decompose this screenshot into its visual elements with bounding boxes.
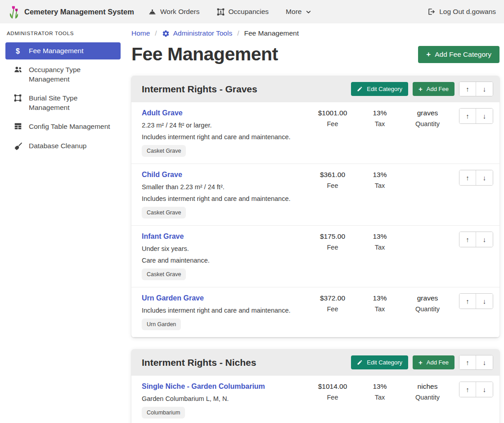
fee-name-link[interactable]: Single Niche - Garden Columbarium <box>142 382 265 391</box>
fee-name-link[interactable]: Infant Grave <box>142 232 184 241</box>
fee-type-badge: Columbarium <box>142 407 185 418</box>
fee-tax: 13% <box>357 171 402 179</box>
fee-amount: $1001.00 <box>308 109 357 117</box>
fee-amount-cell: $361.00 Fee <box>308 170 357 189</box>
nav-work-orders[interactable]: Work Orders <box>148 8 200 16</box>
edit-category-label: Edit Category <box>367 86 402 92</box>
fee-quantity-label: Quantity <box>402 120 453 127</box>
pencil-icon <box>357 359 363 365</box>
fee-quantity-cell: niches Quantity <box>402 382 453 401</box>
hard-hat-icon <box>148 8 156 16</box>
add-fee-button[interactable]: + Add Fee <box>413 355 454 369</box>
fee-reorder-group: ↑ ↓ <box>459 382 493 397</box>
sidebar-item-label: Occupancy Type Management <box>29 65 116 84</box>
fee-tax-label: Tax <box>357 305 402 313</box>
plus-icon: + <box>426 51 431 58</box>
fee-info: Infant Grave Under six years. Care and m… <box>142 232 308 280</box>
edit-category-button[interactable]: Edit Category <box>351 355 408 369</box>
fee-quantity: graves <box>402 109 453 117</box>
fee-amount: $1014.00 <box>308 382 357 391</box>
sidebar-item-occupancy-type[interactable]: Occupancy Type Management <box>5 61 121 88</box>
breadcrumb-home-link[interactable]: Home <box>131 29 150 37</box>
move-fee-up-button[interactable]: ↑ <box>459 382 476 397</box>
fee-reorder-group: ↑ ↓ <box>459 293 493 309</box>
edit-category-label: Edit Category <box>367 359 402 366</box>
sidebar-item-label: Database Cleanup <box>29 141 86 150</box>
fee-amount-cell: $1001.00 Fee <box>308 108 357 127</box>
navbar: Cemetery Management System Work Orders <box>0 0 504 23</box>
fee-description: Includes interment right and care and ma… <box>142 307 304 314</box>
nav-more[interactable]: More <box>286 8 311 16</box>
fee-type-badge: Casket Grave <box>142 207 186 218</box>
fee-row: Urn Garden Grave Includes interment righ… <box>131 287 500 337</box>
nav-occupancies[interactable]: Occupancies <box>217 8 269 16</box>
fee-info: Single Niche - Garden Columbarium Garden… <box>142 382 308 418</box>
move-fee-up-button[interactable]: ↑ <box>459 294 476 309</box>
fee-amount: $372.00 <box>308 294 357 302</box>
sidebar-item-config-table[interactable]: Config Table Management <box>5 118 121 135</box>
fee-tax-label: Tax <box>357 244 402 251</box>
logout-label: Log Out d.gowans <box>439 8 496 16</box>
breadcrumb-admin-tools-link[interactable]: Administrator Tools <box>162 29 233 37</box>
move-fee-up-button[interactable]: ↑ <box>459 109 476 123</box>
fee-row: Adult Grave 2.23 m² / 24 ft² or larger. … <box>131 102 500 164</box>
move-fee-down-button[interactable]: ↓ <box>476 170 493 185</box>
table-icon <box>13 123 22 130</box>
fee-quantity: niches <box>402 382 453 391</box>
fee-tax-cell: 13% Tax <box>357 232 402 251</box>
nav-label: Occupancies <box>229 8 269 16</box>
category-header: Interment Rights - Graves Edit Category … <box>131 76 500 102</box>
sidebar-item-label: Config Table Management <box>29 122 110 131</box>
main-content: Home / Administrator Tools / Fee Managem… <box>126 23 504 423</box>
title-row: Fee Management + Add Fee Category <box>131 44 500 65</box>
fee-row: Single Niche - Garden Columbarium Garden… <box>131 376 500 423</box>
category-header: Interment Rights - Niches Edit Category … <box>131 349 500 376</box>
sidebar: ADMINISTRATOR TOOLS $ Fee Management Occ… <box>0 23 126 156</box>
fee-quantity-label: Quantity <box>402 394 453 401</box>
fee-reorder-group: ↑ ↓ <box>459 232 493 247</box>
fee-info: Adult Grave 2.23 m² / 24 ft² or larger. … <box>142 108 308 157</box>
gear-icon <box>162 30 170 37</box>
fee-row: Child Grave Smaller than 2.23 m² / 24 ft… <box>131 164 500 226</box>
fee-quantity-cell: graves Quantity <box>402 293 453 313</box>
fee-tax: 13% <box>357 232 402 241</box>
move-fee-down-button[interactable]: ↓ <box>476 232 493 247</box>
fee-tax-cell: 13% Tax <box>357 170 402 189</box>
fee-name-link[interactable]: Child Grave <box>142 171 182 179</box>
sidebar-item-database-cleanup[interactable]: Database Cleanup <box>5 137 121 155</box>
fee-amount: $361.00 <box>308 171 357 179</box>
fee-name-link[interactable]: Urn Garden Grave <box>142 294 204 302</box>
fee-quantity-cell: graves Quantity <box>402 108 453 127</box>
fee-category-card: Interment Rights - Niches Edit Category … <box>131 349 500 423</box>
frame-icon <box>13 94 22 102</box>
move-fee-up-button[interactable]: ↑ <box>459 170 476 185</box>
sidebar-item-burial-site-type[interactable]: Burial Site Type Management <box>5 90 121 116</box>
fee-amount-cell: $175.00 Fee <box>308 232 357 251</box>
add-fee-button[interactable]: + Add Fee <box>413 82 454 96</box>
nav-label: More <box>286 8 302 16</box>
fee-tax: 13% <box>357 294 402 302</box>
move-fee-up-button[interactable]: ↑ <box>459 232 476 247</box>
fee-amount-cell: $1014.00 Fee <box>308 382 357 401</box>
move-category-up-button[interactable]: ↑ <box>459 355 476 369</box>
add-fee-category-button[interactable]: + Add Fee Category <box>418 46 500 63</box>
move-category-down-button[interactable]: ↓ <box>476 82 493 96</box>
fee-name-link[interactable]: Adult Grave <box>142 109 183 117</box>
brand[interactable]: Cemetery Management System <box>8 5 134 19</box>
fee-tax-cell: 13% Tax <box>357 108 402 127</box>
edit-category-button[interactable]: Edit Category <box>351 82 408 96</box>
move-category-down-button[interactable]: ↓ <box>476 355 493 369</box>
move-fee-down-button[interactable]: ↓ <box>476 294 493 309</box>
breadcrumb-admin-tools-label: Administrator Tools <box>173 29 233 37</box>
fee-amount-label: Fee <box>308 120 357 127</box>
chevron-down-icon <box>306 9 311 15</box>
move-fee-down-button[interactable]: ↓ <box>476 382 493 397</box>
fee-row: Infant Grave Under six years. Care and m… <box>131 226 500 287</box>
sidebar-item-fee-management[interactable]: $ Fee Management <box>5 42 121 59</box>
logout-button[interactable]: Log Out d.gowans <box>427 8 496 16</box>
move-category-up-button[interactable]: ↑ <box>459 82 476 96</box>
plus-icon: + <box>418 359 423 366</box>
fee-tax: 13% <box>357 382 402 391</box>
move-fee-down-button[interactable]: ↓ <box>476 109 493 123</box>
fee-description: Smaller than 2.23 m² / 24 ft². <box>142 183 304 191</box>
